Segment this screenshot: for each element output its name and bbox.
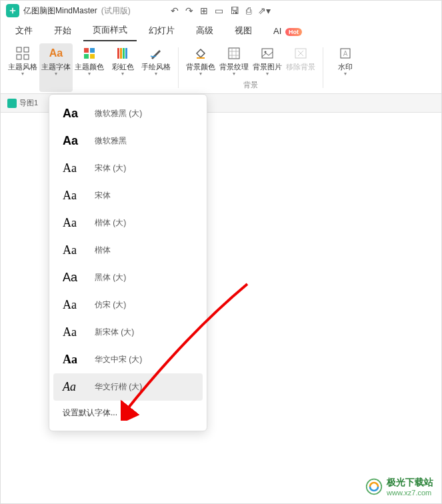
print-icon[interactable]: ⎙ — [246, 5, 251, 16]
menu-ai[interactable]: AI Hot — [264, 22, 311, 40]
grid-icon — [16, 46, 29, 61]
svg-rect-14 — [229, 48, 239, 59]
font-option[interactable]: Aa华文中宋 (大) — [53, 346, 203, 373]
font-name: 华文行楷 (大) — [95, 381, 142, 393]
font-sample: Aa — [63, 107, 83, 121]
svg-rect-13 — [197, 57, 205, 59]
font-name: 黑体 (大) — [95, 272, 126, 283]
chevron-down-icon: ▾ — [199, 72, 202, 76]
set-default-font[interactable]: 设置默认字体... — [53, 401, 203, 425]
svg-rect-1 — [17, 47, 21, 52]
font-dropdown: Aa微软雅黑 (大)Aa微软雅黑Aa宋体 (大)Aa宋体Aa楷体 (大)Aa楷体… — [49, 94, 207, 431]
font-option[interactable]: Aa宋体 (大) — [53, 155, 203, 182]
font-option[interactable]: Aa新宋体 (大) — [53, 319, 203, 346]
chevron-down-icon: ▾ — [21, 72, 24, 76]
sketch-button[interactable]: 手绘风格 ▾ — [139, 43, 173, 92]
image-icon — [261, 46, 274, 61]
share-icon[interactable]: ⇗▾ — [258, 5, 271, 16]
font-name: 华文中宋 (大) — [95, 354, 142, 365]
svg-rect-5 — [84, 48, 89, 53]
svg-rect-9 — [117, 48, 119, 59]
rainbow-button[interactable]: 彩虹色 ▾ — [106, 43, 139, 92]
rainbow-icon — [116, 46, 129, 61]
svg-rect-8 — [90, 54, 95, 59]
font-name: 仿宋 (大) — [95, 299, 126, 311]
texture-icon — [227, 46, 241, 61]
theme-font-button[interactable]: Aa 主题字体 ▾ — [39, 43, 73, 92]
menu-start[interactable]: 开始 — [45, 21, 81, 41]
font-sample: Aa — [63, 325, 83, 339]
font-sample: Aa — [63, 161, 83, 175]
watermark-icon: A — [339, 46, 352, 61]
remove-bg-button[interactable]: 移除背景 — [284, 43, 317, 79]
font-sample: Aa — [63, 353, 83, 367]
font-name: 微软雅黑 (大) — [95, 108, 142, 119]
svg-rect-2 — [24, 47, 29, 52]
font-option[interactable]: Aa黑体 (大) — [53, 264, 203, 291]
redo-icon[interactable]: ↷ — [185, 5, 193, 16]
save-icon[interactable]: 🖫 — [230, 5, 239, 16]
add-icon[interactable]: ⊞ — [200, 5, 208, 16]
font-option[interactable]: Aa仿宋 (大) — [53, 291, 203, 319]
palette-icon — [83, 46, 96, 61]
menu-bar: 文件 开始 页面样式 幻灯片 高级 视图 AI Hot — [1, 21, 441, 41]
divider — [323, 47, 323, 88]
font-option[interactable]: Aa楷体 (大) — [53, 209, 203, 237]
bg-color-button[interactable]: 背景颜色 ▾ — [184, 43, 217, 79]
app-title: 亿图脑图MindMaster — [23, 5, 97, 17]
font-sample: Aa — [63, 271, 83, 285]
chevron-down-icon: ▾ — [344, 72, 347, 76]
watermark-url: www.xz7.com — [387, 489, 433, 497]
svg-rect-11 — [123, 48, 125, 59]
menu-file[interactable]: 文件 — [6, 21, 42, 41]
font-sample: Aa — [63, 216, 83, 230]
chevron-down-icon: ▾ — [266, 72, 269, 76]
svg-rect-6 — [90, 48, 95, 53]
chevron-down-icon: ▾ — [88, 72, 91, 76]
font-option[interactable]: Aa微软雅黑 — [53, 127, 203, 155]
svg-point-16 — [265, 51, 267, 53]
theme-style-button[interactable]: 主题风格 ▾ — [6, 43, 39, 92]
title-bar: 亿图脑图MindMaster (试用版) ↶ ↷ ⊞ ▭ 🖫 ⎙ ⇗▾ — [1, 1, 441, 21]
font-option[interactable]: Aa宋体 — [53, 182, 203, 209]
app-version: (试用版) — [101, 5, 131, 17]
watermark-button[interactable]: A 水印 ▾ — [329, 43, 362, 92]
svg-rect-4 — [24, 55, 29, 59]
document-tab[interactable]: 导图1 — [7, 98, 38, 108]
font-sample: Aa — [63, 189, 83, 203]
pen-icon — [149, 46, 163, 61]
site-watermark: 极光下载站 www.xz7.com — [365, 477, 433, 497]
font-option[interactable]: Aa楷体 — [53, 237, 203, 264]
svg-rect-7 — [84, 54, 89, 59]
bucket-icon — [194, 46, 207, 61]
theme-color-button[interactable]: 主题颜色 ▾ — [73, 43, 106, 92]
ribbon: 主题风格 ▾ Aa 主题字体 ▾ 主题颜色 ▾ 彩虹色 ▾ 手绘风格 ▾ 背景颜… — [1, 41, 441, 94]
font-icon: Aa — [49, 46, 63, 61]
font-name: 宋体 — [95, 190, 111, 201]
watermark-logo-icon — [365, 478, 383, 495]
font-name: 宋体 (大) — [95, 163, 126, 174]
chevron-down-icon: ▾ — [121, 72, 124, 76]
menu-view[interactable]: 视图 — [225, 21, 261, 41]
remove-bg-icon — [294, 46, 307, 61]
undo-icon[interactable]: ↶ — [171, 5, 179, 16]
svg-rect-10 — [120, 48, 122, 59]
svg-point-20 — [367, 479, 382, 495]
menu-advanced[interactable]: 高级 — [187, 21, 223, 41]
font-sample: Aa — [63, 380, 83, 394]
menu-slides[interactable]: 幻灯片 — [139, 21, 184, 41]
open-icon[interactable]: ▭ — [215, 5, 223, 16]
doc-icon — [7, 99, 17, 108]
font-sample: Aa — [63, 243, 83, 257]
font-name: 楷体 — [95, 245, 111, 256]
bg-image-button[interactable]: 背景图片 ▾ — [251, 43, 284, 79]
font-option[interactable]: Aa微软雅黑 (大) — [53, 100, 203, 127]
divider — [178, 47, 179, 88]
bg-texture-button[interactable]: 背景纹理 ▾ — [217, 43, 251, 79]
font-option[interactable]: Aa华文行楷 (大) — [53, 373, 203, 401]
svg-rect-3 — [17, 55, 21, 59]
group-label-bg: 背景 — [243, 79, 258, 91]
menu-page-style[interactable]: 页面样式 — [83, 20, 137, 41]
hot-badge: Hot — [285, 28, 302, 36]
app-logo-icon — [6, 4, 19, 17]
